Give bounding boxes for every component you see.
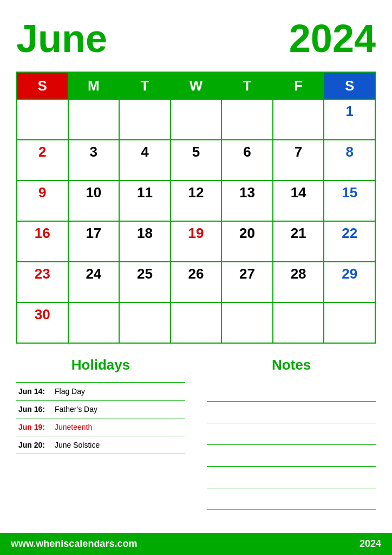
holidays-list: Jun 14:Flag DayJun 16:Father's DayJun 19… bbox=[16, 382, 185, 454]
header: June 2024 bbox=[16, 16, 376, 61]
calendar-day: 21 bbox=[273, 221, 324, 262]
holiday-name: Father's Day bbox=[55, 405, 97, 414]
bottom-section: Holidays Jun 14:Flag DayJun 16:Father's … bbox=[16, 357, 376, 533]
col-header-saturday: S bbox=[324, 72, 375, 99]
calendar-day: 8 bbox=[324, 140, 375, 180]
calendar-day: 14 bbox=[273, 180, 324, 221]
notes-title: Notes bbox=[207, 357, 376, 373]
holiday-item: Jun 14:Flag Day bbox=[16, 382, 185, 400]
calendar-day: 23 bbox=[17, 262, 68, 302]
calendar-day: 3 bbox=[68, 140, 120, 180]
calendar-table: S M T W T F S 12345678910111213141516171… bbox=[16, 72, 376, 344]
col-header-thu: T bbox=[221, 72, 273, 99]
notes-column: Notes bbox=[196, 357, 376, 533]
calendar-day bbox=[171, 302, 222, 343]
holiday-item: Jun 20:June Solstice bbox=[16, 436, 185, 454]
calendar-day: 19 bbox=[171, 221, 222, 262]
calendar-day: 30 bbox=[17, 302, 68, 343]
note-line bbox=[207, 382, 376, 402]
holiday-date: Jun 16: bbox=[18, 405, 48, 414]
calendar-day: 28 bbox=[273, 262, 324, 302]
note-line bbox=[207, 404, 376, 423]
calendar-day: 4 bbox=[119, 140, 171, 180]
note-line bbox=[207, 425, 376, 445]
calendar-day bbox=[221, 302, 273, 343]
footer-year: 2024 bbox=[360, 538, 381, 550]
calendar-day: 20 bbox=[221, 221, 273, 262]
holiday-item: Jun 16:Father's Day bbox=[16, 400, 185, 418]
page: June 2024 S M T W T F S 1234567891011121… bbox=[0, 0, 392, 555]
calendar-day: 10 bbox=[68, 180, 120, 221]
calendar-day: 24 bbox=[68, 262, 120, 302]
calendar-day: 1 bbox=[324, 99, 375, 140]
note-line bbox=[207, 491, 376, 510]
col-header-fri: F bbox=[273, 72, 324, 99]
calendar-day: 7 bbox=[273, 140, 324, 180]
col-header-tue: T bbox=[119, 72, 171, 99]
calendar-day bbox=[221, 99, 273, 140]
calendar-day bbox=[273, 302, 324, 343]
calendar-day: 26 bbox=[171, 262, 222, 302]
holiday-name: Flag Day bbox=[55, 387, 85, 396]
note-line bbox=[207, 469, 376, 488]
calendar-day: 27 bbox=[221, 262, 273, 302]
calendar-day bbox=[119, 302, 171, 343]
calendar-day: 22 bbox=[324, 221, 375, 262]
calendar-day: 17 bbox=[68, 221, 120, 262]
calendar-day: 12 bbox=[171, 180, 222, 221]
notes-lines bbox=[207, 382, 376, 510]
calendar-day: 18 bbox=[119, 221, 171, 262]
calendar-day: 16 bbox=[17, 221, 68, 262]
col-header-sunday: S bbox=[17, 72, 68, 99]
calendar-day bbox=[324, 302, 375, 343]
calendar-day: 15 bbox=[324, 180, 375, 221]
calendar-day bbox=[119, 99, 171, 140]
holiday-date: Jun 14: bbox=[18, 387, 48, 396]
calendar-day bbox=[273, 99, 324, 140]
calendar-day bbox=[17, 99, 68, 140]
calendar-day: 25 bbox=[119, 262, 171, 302]
holiday-name: Juneteenth bbox=[55, 423, 92, 431]
holiday-date: Jun 20: bbox=[18, 441, 48, 449]
calendar-day bbox=[68, 99, 120, 140]
calendar-day bbox=[171, 99, 222, 140]
footer-website: www.wheniscalendars.com bbox=[11, 538, 137, 550]
holiday-date: Jun 19: bbox=[18, 423, 48, 431]
calendar-day: 5 bbox=[171, 140, 222, 180]
calendar-day: 13 bbox=[221, 180, 273, 221]
calendar-day: 29 bbox=[324, 262, 375, 302]
calendar-day bbox=[68, 302, 120, 343]
calendar-day: 2 bbox=[17, 140, 68, 180]
year-title: 2024 bbox=[289, 16, 376, 61]
footer: www.wheniscalendars.com 2024 bbox=[0, 533, 392, 555]
holiday-name: June Solstice bbox=[55, 441, 100, 449]
note-line bbox=[207, 447, 376, 467]
calendar-day: 11 bbox=[119, 180, 171, 221]
holidays-column: Holidays Jun 14:Flag DayJun 16:Father's … bbox=[16, 357, 196, 533]
holiday-item: Jun 19:Juneteenth bbox=[16, 418, 185, 436]
holidays-title: Holidays bbox=[16, 357, 185, 373]
col-header-wed: W bbox=[171, 72, 222, 99]
month-title: June bbox=[16, 16, 107, 61]
col-header-mon: M bbox=[68, 72, 120, 99]
calendar-day: 9 bbox=[17, 180, 68, 221]
calendar-day: 6 bbox=[221, 140, 273, 180]
